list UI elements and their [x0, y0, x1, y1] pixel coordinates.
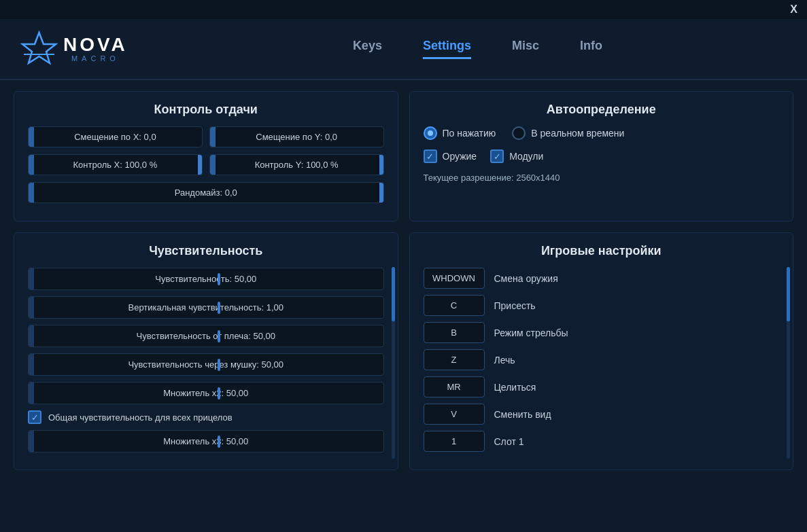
sensitivity-scrollbar[interactable] [392, 267, 395, 459]
autodetect-title: Автоопределение [424, 103, 780, 117]
tab-info[interactable]: Info [580, 39, 602, 59]
key-b[interactable]: B [424, 322, 485, 343]
logo-star-icon [20, 31, 58, 68]
sensitivity-scrollbar-thumb [392, 267, 395, 321]
recoil-control-panel: Контроль отдачи Смещение по X: 0,0 Смеще… [14, 91, 398, 221]
game-row-4: MR Целиться [424, 376, 780, 397]
autodetect-panel: Автоопределение По нажатию В реальном вр… [409, 91, 794, 221]
title-bar: X [0, 0, 807, 19]
game-row-1: C Присесть [424, 295, 780, 316]
key-label-0: Смена оружия [494, 273, 558, 284]
key-whdown[interactable]: WHDOWN [424, 268, 485, 289]
game-scrollbar[interactable] [787, 267, 790, 459]
recoil-control-row: Контроль X: 100,0 % Контроль Y: 100,0 % [28, 154, 384, 175]
sensitivity-checkbox-label: Общая чувствительность для всех прицелов [48, 412, 233, 423]
randomize-field[interactable]: Рандомайз: 0,0 [28, 182, 384, 203]
resolution-text: Текущее разрешение: 2560x1440 [424, 173, 780, 183]
checkbox-modules-label: Модули [509, 151, 543, 162]
control-x-field[interactable]: Контроль X: 100,0 % [28, 154, 203, 175]
close-button[interactable]: X [786, 3, 802, 16]
game-settings-panel: Игровые настройки WHDOWN Смена оружия C … [409, 232, 794, 470]
key-label-4: Целиться [494, 382, 536, 393]
key-v[interactable]: V [424, 404, 485, 425]
key-label-1: Присесть [494, 300, 536, 311]
sensitivity-checkbox-box: ✓ [28, 410, 41, 424]
recoil-control-title: Контроль отдачи [28, 103, 384, 117]
key-label-5: Сменить вид [494, 409, 551, 420]
svg-marker-0 [22, 33, 56, 63]
autodetect-radio-row: По нажатию В реальном времени [424, 126, 780, 140]
recoil-offset-row: Смещение по X: 0,0 Смещение по Y: 0,0 [28, 126, 384, 147]
sensitivity-field-3[interactable]: Чувствительность через мушку: 50,00 [28, 353, 384, 376]
game-settings-title: Игровые настройки [424, 244, 780, 258]
checkbox-modules[interactable]: ✓ Модули [490, 149, 543, 163]
tab-misc[interactable]: Misc [512, 39, 539, 59]
tab-keys[interactable]: Keys [353, 39, 382, 59]
sensitivity-field-1[interactable]: Вертикальная чувствительность: 1,00 [28, 296, 384, 319]
logo: NOVA MACRO [20, 31, 128, 68]
key-label-2: Режим стрельбы [494, 327, 568, 338]
game-row-6: 1 Слот 1 [424, 431, 780, 452]
logo-text: NOVA MACRO [63, 35, 128, 63]
radio-realtime-circle [512, 126, 526, 140]
sensitivity-field-2[interactable]: Чувствительность от плеча: 50,00 [28, 325, 384, 347]
main-content: Контроль отдачи Смещение по X: 0,0 Смеще… [0, 80, 807, 481]
sensitivity-checkbox-row[interactable]: ✓ Общая чувствительность для всех прицел… [28, 410, 384, 424]
key-z[interactable]: Z [424, 349, 485, 370]
checkbox-weapon-label: Оружие [443, 151, 477, 162]
checkbox-weapon[interactable]: ✓ Оружие [424, 149, 477, 163]
logo-nova: NOVA [63, 35, 128, 54]
radio-press-label: По нажатию [443, 128, 496, 139]
sensitivity-multiplier-x3[interactable]: Множитель х3: 50,00 [28, 430, 384, 453]
game-row-2: B Режим стрельбы [424, 322, 780, 343]
game-row-5: V Сменить вид [424, 404, 780, 425]
game-scrollbar-thumb [787, 267, 790, 321]
radio-realtime-label: В реальном времени [531, 128, 624, 139]
game-row-3: Z Лечь [424, 349, 780, 370]
sensitivity-field-0[interactable]: Чувствительность: 50,00 [28, 268, 384, 290]
sensitivity-field-4[interactable]: Множитель х2: 50,00 [28, 382, 384, 404]
offset-x-field[interactable]: Смещение по X: 0,0 [28, 126, 203, 147]
offset-y-field[interactable]: Смещение по Y: 0,0 [209, 126, 384, 147]
control-y-field[interactable]: Контроль Y: 100,0 % [209, 154, 384, 175]
key-label-3: Лечь [494, 355, 515, 366]
checkbox-modules-box: ✓ [490, 149, 504, 163]
key-1[interactable]: 1 [424, 431, 485, 452]
autodetect-checkbox-row: ✓ Оружие ✓ Модули [424, 149, 780, 163]
sensitivity-title: Чувствительность [28, 244, 384, 258]
radio-press[interactable]: По нажатию [424, 126, 496, 140]
header: NOVA MACRO Keys Settings Misc Info [0, 19, 807, 80]
checkbox-weapon-box: ✓ [424, 149, 437, 163]
logo-macro: MACRO [63, 54, 128, 63]
sensitivity-panel: Чувствительность Чувствительность: 50,00… [14, 232, 398, 470]
key-mr[interactable]: MR [424, 376, 485, 397]
radio-press-circle [424, 126, 437, 140]
key-label-6: Слот 1 [494, 436, 524, 447]
nav: Keys Settings Misc Info [169, 39, 787, 59]
key-c[interactable]: C [424, 295, 485, 316]
game-row-0: WHDOWN Смена оружия [424, 268, 780, 289]
tab-settings[interactable]: Settings [423, 39, 471, 59]
radio-realtime[interactable]: В реальном времени [512, 126, 624, 140]
